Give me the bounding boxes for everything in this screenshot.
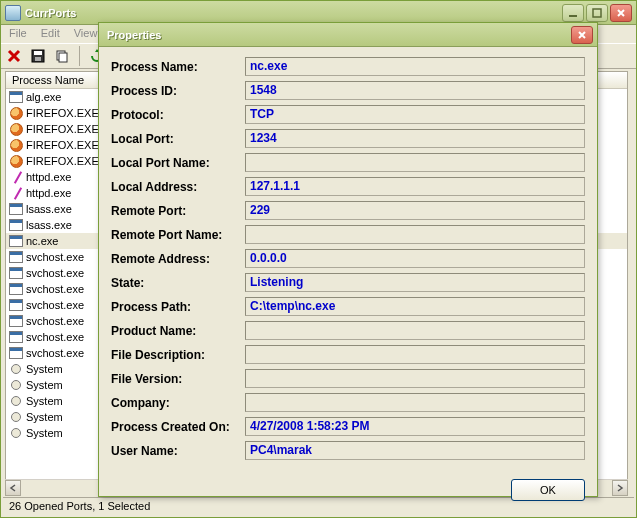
properties-dialog: Properties Process Name:nc.exeProcess ID…: [98, 22, 598, 497]
process-name-cell: System: [26, 395, 63, 407]
property-value[interactable]: 0.0.0.0: [245, 249, 585, 268]
property-value[interactable]: [245, 393, 585, 412]
property-label: Protocol:: [111, 108, 245, 122]
property-label: Process Name:: [111, 60, 245, 74]
property-row: Remote Port Name:: [111, 225, 585, 244]
menu-view[interactable]: View: [74, 27, 98, 41]
process-icon: [8, 154, 24, 168]
close-port-icon[interactable]: [5, 47, 23, 65]
process-icon: [8, 346, 24, 360]
process-name-cell: System: [26, 379, 63, 391]
process-icon: [8, 202, 24, 216]
process-name-cell: httpd.exe: [26, 171, 71, 183]
process-name-cell: svchost.exe: [26, 283, 84, 295]
process-icon: [8, 362, 24, 376]
property-row: File Description:: [111, 345, 585, 364]
property-label: Remote Address:: [111, 252, 245, 266]
svg-rect-3: [34, 51, 42, 55]
process-icon: [8, 90, 24, 104]
property-value[interactable]: [245, 345, 585, 364]
dialog-titlebar[interactable]: Properties: [99, 23, 597, 47]
menu-edit[interactable]: Edit: [41, 27, 60, 41]
dialog-close-button[interactable]: [571, 26, 593, 44]
save-icon[interactable]: [29, 47, 47, 65]
property-row: Process Path:C:\temp\nc.exe: [111, 297, 585, 316]
process-icon: [8, 218, 24, 232]
toolbar-separator: [79, 46, 80, 66]
process-name-cell: svchost.exe: [26, 267, 84, 279]
property-row: Local Port:1234: [111, 129, 585, 148]
property-value[interactable]: nc.exe: [245, 57, 585, 76]
scroll-right-icon[interactable]: [612, 480, 628, 496]
main-title: CurrPorts: [25, 7, 562, 19]
property-row: Process Created On:4/27/2008 1:58:23 PM: [111, 417, 585, 436]
property-label: Process Path:: [111, 300, 245, 314]
property-row: Local Address:127.1.1.1: [111, 177, 585, 196]
property-label: Product Name:: [111, 324, 245, 338]
property-row: Local Port Name:: [111, 153, 585, 172]
process-icon: [8, 314, 24, 328]
property-value[interactable]: [245, 225, 585, 244]
process-name-cell: System: [26, 427, 63, 439]
property-value[interactable]: [245, 321, 585, 340]
property-value[interactable]: Listening: [245, 273, 585, 292]
property-value[interactable]: 127.1.1.1: [245, 177, 585, 196]
property-value[interactable]: 1234: [245, 129, 585, 148]
process-icon: [8, 138, 24, 152]
property-label: Local Port:: [111, 132, 245, 146]
process-icon: [8, 106, 24, 120]
dialog-title: Properties: [103, 29, 571, 41]
property-value[interactable]: C:\temp\nc.exe: [245, 297, 585, 316]
property-value[interactable]: TCP: [245, 105, 585, 124]
property-value[interactable]: [245, 369, 585, 388]
property-row: Protocol:TCP: [111, 105, 585, 124]
property-label: State:: [111, 276, 245, 290]
window-buttons: [562, 4, 632, 22]
property-value[interactable]: PC4\marak: [245, 441, 585, 460]
process-icon: [8, 234, 24, 248]
process-name-cell: svchost.exe: [26, 299, 84, 311]
scroll-left-icon[interactable]: [5, 480, 21, 496]
minimize-button[interactable]: [562, 4, 584, 22]
property-label: Process ID:: [111, 84, 245, 98]
svg-rect-1: [593, 9, 601, 17]
property-label: File Version:: [111, 372, 245, 386]
property-row: Product Name:: [111, 321, 585, 340]
property-label: File Description:: [111, 348, 245, 362]
process-icon: [8, 394, 24, 408]
copy-icon[interactable]: [53, 47, 71, 65]
property-row: Company:: [111, 393, 585, 412]
property-value[interactable]: 229: [245, 201, 585, 220]
process-name-cell: FIREFOX.EXE: [26, 139, 99, 151]
process-icon: [8, 266, 24, 280]
property-label: Remote Port Name:: [111, 228, 245, 242]
process-name-cell: FIREFOX.EXE: [26, 123, 99, 135]
process-icon: [8, 298, 24, 312]
property-row: File Version:: [111, 369, 585, 388]
ok-button[interactable]: OK: [511, 479, 585, 501]
process-name-cell: svchost.exe: [26, 251, 84, 263]
process-name-cell: FIREFOX.EXE: [26, 107, 99, 119]
process-name-cell: svchost.exe: [26, 347, 84, 359]
property-row: State:Listening: [111, 273, 585, 292]
property-value[interactable]: 1548: [245, 81, 585, 100]
process-icon: [8, 330, 24, 344]
close-button[interactable]: [610, 4, 632, 22]
property-label: Process Created On:: [111, 420, 245, 434]
process-name-cell: FIREFOX.EXE: [26, 155, 99, 167]
process-name-cell: httpd.exe: [26, 187, 71, 199]
process-name-cell: nc.exe: [26, 235, 58, 247]
process-icon: [8, 410, 24, 424]
maximize-button[interactable]: [586, 4, 608, 22]
property-label: Remote Port:: [111, 204, 245, 218]
svg-rect-0: [569, 15, 577, 17]
process-icon: [8, 378, 24, 392]
property-value[interactable]: 4/27/2008 1:58:23 PM: [245, 417, 585, 436]
property-row: Process Name:nc.exe: [111, 57, 585, 76]
menu-file[interactable]: File: [9, 27, 27, 41]
property-row: Process ID:1548: [111, 81, 585, 100]
process-name-cell: System: [26, 363, 63, 375]
svg-rect-4: [35, 57, 41, 61]
property-label: User Name:: [111, 444, 245, 458]
property-value[interactable]: [245, 153, 585, 172]
